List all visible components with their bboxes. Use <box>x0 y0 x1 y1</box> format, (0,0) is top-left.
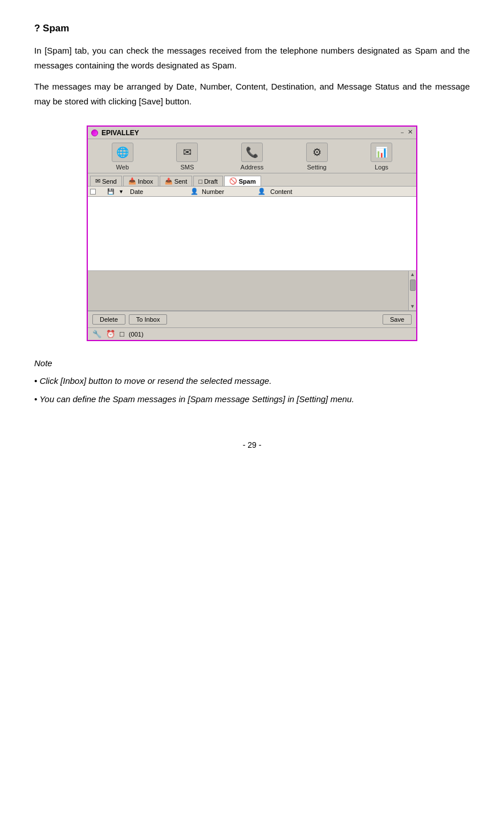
paragraph-2: The messages may be arranged by Date, Nu… <box>34 79 470 108</box>
status-count: (001) <box>129 331 144 338</box>
title-bar: EPIVALLEY － ✕ <box>88 127 416 139</box>
scrollbar-up-arrow[interactable]: ▲ <box>410 272 415 277</box>
status-icon-3: □ <box>120 330 124 338</box>
nav-item-logs[interactable]: 📊 Logs <box>361 143 401 171</box>
nav-item-web[interactable]: 🌐 Web <box>103 143 143 171</box>
col-number-header[interactable]: Number <box>201 188 258 195</box>
nav-label-web: Web <box>116 164 129 171</box>
app-title: EPIVALLEY <box>101 129 139 137</box>
date-label: Date <box>130 188 143 195</box>
col-date-header[interactable]: Date <box>128 188 190 195</box>
app-window: EPIVALLEY － ✕ 🌐 Web ✉ SMS 📞 Address ⚙ <box>87 125 417 341</box>
tab-bar: ✉ Send 📥 Inbox 📤 Sent □ Draft 🚫 Spam <box>88 173 416 187</box>
col-content-icon: 👤 <box>258 188 269 195</box>
tab-send-label: Send <box>102 178 117 185</box>
page-title: ? Spam <box>34 23 470 34</box>
message-list-body <box>88 197 416 271</box>
tab-draft-label: Draft <box>204 178 218 185</box>
save-button[interactable]: Save <box>383 314 412 325</box>
note-item-1: • Click [Inbox] button to move or resend… <box>34 374 470 388</box>
scrollbar-thumb[interactable] <box>410 280 416 291</box>
sort-arrow-icon[interactable]: ▼ <box>119 189 124 195</box>
header-checkbox[interactable] <box>90 189 96 195</box>
to-inbox-button[interactable]: To Inbox <box>129 314 168 325</box>
col-checkbox <box>90 189 107 195</box>
sms-icon: ✉ <box>176 143 198 162</box>
action-bar-left: Delete To Inbox <box>92 314 167 325</box>
title-bar-left: EPIVALLEY <box>91 129 139 137</box>
address-icon: 📞 <box>241 143 263 162</box>
nav-item-setting[interactable]: ⚙ Setting <box>297 143 337 171</box>
close-button[interactable]: ✕ <box>408 128 413 137</box>
delete-button[interactable]: Delete <box>92 314 125 325</box>
nav-bar: 🌐 Web ✉ SMS 📞 Address ⚙ Setting 📊 Logs <box>88 139 416 173</box>
tab-spam[interactable]: 🚫 Spam <box>224 176 261 186</box>
col-arrow-icon: ▼ <box>119 189 128 195</box>
tab-draft[interactable]: □ Draft <box>193 176 223 186</box>
note-title: Note <box>34 358 470 368</box>
inbox-tab-icon: 📥 <box>128 177 136 185</box>
note-item-2: • You can define the Spam messages in [S… <box>34 392 470 407</box>
title-bar-controls[interactable]: － ✕ <box>399 128 413 137</box>
number-label: Number <box>202 188 224 195</box>
message-list-header: 💾 ▼ Date 👤 Number 👤 Content <box>88 187 416 197</box>
nav-label-logs: Logs <box>375 164 388 171</box>
notes-section: Note • Click [Inbox] button to move or r… <box>34 358 470 406</box>
spam-tab-icon: 🚫 <box>229 177 237 185</box>
tab-spam-label: Spam <box>239 178 256 185</box>
nav-item-sms[interactable]: ✉ SMS <box>167 143 207 171</box>
nav-label-sms: SMS <box>180 164 194 171</box>
scrollbar-down-arrow[interactable]: ▼ <box>410 303 415 309</box>
save-header-icon: 💾 <box>107 188 114 195</box>
status-icon-1: 🔧 <box>92 330 101 338</box>
col-content-header[interactable]: Content <box>269 188 414 195</box>
logs-icon: 📊 <box>371 143 392 162</box>
content-area: 💾 ▼ Date 👤 Number 👤 Content <box>88 187 416 327</box>
tab-send[interactable]: ✉ Send <box>90 176 122 186</box>
status-icon-2: ⏰ <box>106 330 115 338</box>
page-number: - 29 - <box>34 440 470 449</box>
col-number-icon: 👤 <box>190 188 201 195</box>
scrollbar[interactable]: ▲ ▼ <box>408 271 416 310</box>
web-icon: 🌐 <box>112 143 133 162</box>
minimize-button[interactable]: － <box>399 128 405 137</box>
draft-tab-icon: □ <box>198 178 202 185</box>
nav-item-address[interactable]: 📞 Address <box>232 143 272 171</box>
sent-tab-icon: 📤 <box>165 177 173 185</box>
setting-icon: ⚙ <box>306 143 328 162</box>
screenshot-container: EPIVALLEY － ✕ 🌐 Web ✉ SMS 📞 Address ⚙ <box>34 125 470 341</box>
action-bar: Delete To Inbox Save <box>88 311 416 327</box>
content-label: Content <box>270 188 292 195</box>
message-preview: ▲ ▼ <box>88 271 416 311</box>
send-tab-icon: ✉ <box>95 177 100 185</box>
status-bar: 🔧 ⏰ □ (001) <box>88 327 416 340</box>
tab-sent[interactable]: 📤 Sent <box>160 176 193 186</box>
nav-label-address: Address <box>241 164 263 171</box>
tab-sent-label: Sent <box>174 178 188 185</box>
paragraph-1: In [Spam] tab, you can check the message… <box>34 43 470 72</box>
nav-label-setting: Setting <box>307 164 326 171</box>
app-logo-icon <box>91 129 98 136</box>
number-header-icon: 👤 <box>190 188 198 195</box>
tab-inbox[interactable]: 📥 Inbox <box>123 176 158 186</box>
content-header-icon: 👤 <box>258 188 266 195</box>
tab-inbox-label: Inbox <box>138 178 153 185</box>
col-save-icon: 💾 <box>107 188 119 195</box>
